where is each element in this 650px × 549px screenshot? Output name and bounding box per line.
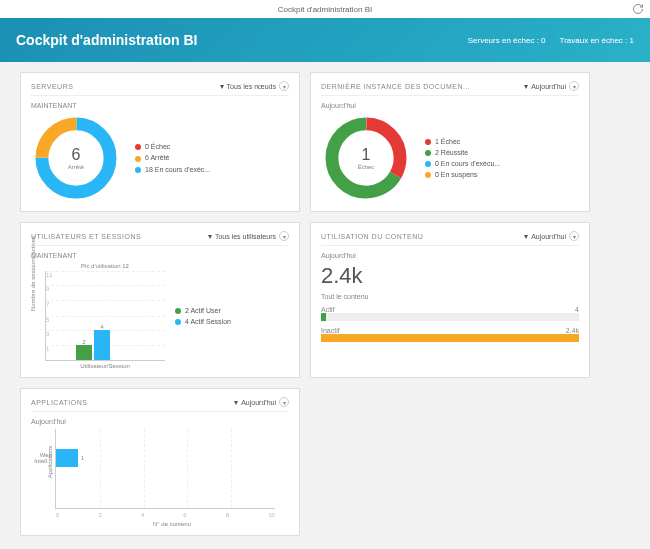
legend-item: 0 En cours d'exécu... [425,158,500,169]
card-documents: DERNIÈRE INSTANCE DES DOCUMEN... ▾ Aujou… [310,72,590,212]
card-title: UTILISATION DU CONTENU [321,233,423,240]
card-servers: SERVEURS ▾ Tous les nœuds ▾ MAINTENANT 6… [20,72,300,212]
subheading: MAINTENANT [31,252,289,259]
legend-item: 4 Actif Session [175,316,231,327]
donut-chart: 1 Échec [321,113,411,203]
legend-item: 0 En suspens [425,169,500,180]
stat-servers-fail: Serveurs en échec : 0 [468,36,546,45]
filter-dropdown[interactable]: ▾ Aujourd'hui ▾ [234,397,289,407]
chevron-down-icon: ▾ [279,231,289,241]
donut-value: 6 [68,146,84,164]
filter-icon: ▾ [220,82,224,91]
filter-dropdown[interactable]: ▾ Tous les nœuds ▾ [220,81,289,91]
subheading: Aujourd'hui [321,102,579,109]
big-number: 2.4k [321,263,579,289]
peak-label: Pic d'utilisation 12 [45,263,165,269]
legend-item: 0 Échec [135,141,210,152]
subheading: Aujourd'hui [321,252,579,259]
chevron-down-icon: ▾ [569,81,579,91]
legend-item: 2 Actif User [175,305,231,316]
chevron-down-icon: ▾ [279,81,289,91]
donut-label: Arrêté [68,164,84,170]
x-axis-label: N° de contenu [55,521,289,527]
x-ticks: 0246810 [56,512,275,518]
legend-item: 1 Échec [425,136,500,147]
subheading: MAINTENANT [31,102,289,109]
stat-jobs-fail: Travaux en échec : 1 [560,36,634,45]
topbar: Cockpit d'administration BI [0,0,650,18]
refresh-icon[interactable] [632,3,644,17]
filter-dropdown[interactable]: ▾ Aujourd'hui ▾ [524,81,579,91]
hbar-value: 1 [81,455,84,461]
filter-dropdown[interactable]: ▾ Tous les utilisateurs ▾ [208,231,289,241]
card-title: SERVEURS [31,83,73,90]
header: Cockpit d'administration BI Serveurs en … [0,18,650,62]
legend: 1 Échec 2 Réussite 0 En cours d'exécu...… [425,136,500,181]
legend-item: 18 En cours d'exéc... [135,164,210,175]
donut-chart: 6 Arrêté [31,113,121,203]
donut-value: 1 [358,146,375,164]
big-number-sub: Tout le contenu [321,293,579,300]
hbar-chart: Applications Web Intell... 1 0246810 [55,429,275,509]
card-title: APPLICATIONS [31,399,87,406]
content: SERVEURS ▾ Tous les nœuds ▾ MAINTENANT 6… [0,62,650,546]
card-title: DERNIÈRE INSTANCE DES DOCUMEN... [321,83,470,90]
legend-item: 6 Arrêté [135,152,210,163]
bar-chart: Nombre de sessions actives 11 9 7 5 3 1 … [45,271,165,361]
topbar-title: Cockpit d'administration BI [278,5,372,14]
legend-item: 2 Réussite [425,147,500,158]
legend: 2 Actif User 4 Actif Session [175,305,231,327]
legend: 0 Échec 6 Arrêté 18 En cours d'exéc... [135,141,210,175]
y-axis-label: Nombre de sessions actives [30,236,36,311]
header-stats: Serveurs en échec : 0 Travaux en échec :… [468,36,634,45]
bar-active: Actif4 [321,306,579,321]
filter-icon: ▾ [524,232,528,241]
bar-inactive: Inactif2.4k [321,327,579,342]
hbar-category: Web Intell... [22,452,52,464]
card-content-usage: UTILISATION DU CONTENU ▾ Aujourd'hui ▾ A… [310,222,590,378]
x-axis-label: Utilisateur/Session [45,363,165,369]
card-users-sessions: UTILISATEURS ET SESSIONS ▾ Tous les util… [20,222,300,378]
chevron-down-icon: ▾ [279,397,289,407]
filter-icon: ▾ [524,82,528,91]
chevron-down-icon: ▾ [569,231,579,241]
filter-icon: ▾ [208,232,212,241]
card-title: UTILISATEURS ET SESSIONS [31,233,141,240]
page-title: Cockpit d'administration BI [16,32,197,48]
subheading: Aujourd'hui [31,418,289,425]
filter-dropdown[interactable]: ▾ Aujourd'hui ▾ [524,231,579,241]
card-applications: APPLICATIONS ▾ Aujourd'hui ▾ Aujourd'hui… [20,388,300,536]
donut-label: Échec [358,164,375,170]
filter-icon: ▾ [234,398,238,407]
